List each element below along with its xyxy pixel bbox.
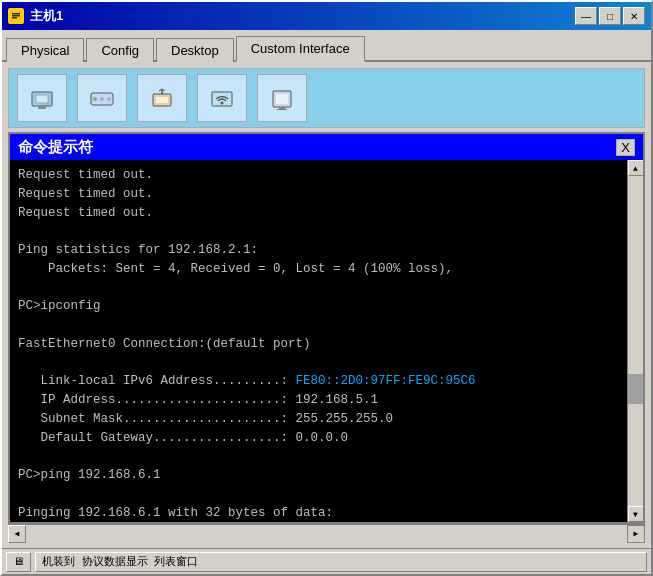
svg-rect-5 [36,95,48,103]
tab-config[interactable]: Config [86,38,154,62]
svg-point-9 [100,97,104,101]
cmd-title: 命令提示符 [18,138,616,157]
svg-rect-2 [12,13,20,15]
tab-physical[interactable]: Physical [6,38,84,62]
status-label: 机装到 协议数据显示 列表窗口 [42,554,198,569]
cmd-title-bar: 命令提示符 X [10,134,643,160]
minimize-button[interactable]: — [575,7,597,25]
svg-rect-21 [277,109,287,110]
device-icon-3 [137,74,187,122]
svg-point-8 [93,97,97,101]
device-strip [8,68,645,128]
tab-bar: Physical Config Desktop Custom Interface [2,30,651,62]
status-left: 🖥 [6,552,31,572]
scroll-track [628,176,643,506]
h-scroll-track [26,525,627,542]
scroll-down-button[interactable]: ▼ [628,506,644,522]
svg-rect-6 [38,106,46,109]
scroll-left-button[interactable]: ◀ [8,525,26,543]
scroll-up-button[interactable]: ▲ [628,160,644,176]
cmd-body-wrapper: Request timed out. Request timed out. Re… [10,160,643,522]
svg-rect-12 [156,97,168,103]
bottom-scrollbar[interactable]: ◀ ▶ [8,524,645,542]
device-icon-4 [197,74,247,122]
svg-rect-1 [12,15,20,17]
svg-rect-3 [12,17,17,19]
window-controls: — □ ✕ [575,7,645,25]
status-bar: 🖥 机装到 协议数据显示 列表窗口 [2,548,651,574]
status-icon: 🖥 [13,555,24,568]
svg-point-10 [107,97,111,101]
main-window: 主机1 — □ ✕ Physical Config Desktop Custom… [0,0,653,576]
scroll-right-button[interactable]: ▶ [627,525,645,543]
app-icon [8,8,24,24]
close-button[interactable]: ✕ [623,7,645,25]
cmd-window: 命令提示符 X Request timed out. Request timed… [8,132,645,524]
svg-rect-19 [276,94,288,104]
content-area: 命令提示符 X Request timed out. Request timed… [2,62,651,548]
svg-point-17 [221,102,224,105]
tab-desktop[interactable]: Desktop [156,38,234,62]
cmd-scrollbar[interactable]: ▲ ▼ [627,160,643,522]
scroll-thumb[interactable] [628,374,643,404]
title-bar: 主机1 — □ ✕ [2,2,651,30]
device-icon-2 [77,74,127,122]
window-title: 主机1 [30,7,575,25]
cmd-close-button[interactable]: X [616,139,635,156]
device-icon-1 [17,74,67,122]
status-text: 机装到 协议数据显示 列表窗口 [35,552,647,572]
device-icon-5 [257,74,307,122]
tab-custom-interface[interactable]: Custom Interface [236,36,365,62]
maximize-button[interactable]: □ [599,7,621,25]
svg-rect-20 [279,107,285,109]
cmd-output[interactable]: Request timed out. Request timed out. Re… [10,160,627,522]
